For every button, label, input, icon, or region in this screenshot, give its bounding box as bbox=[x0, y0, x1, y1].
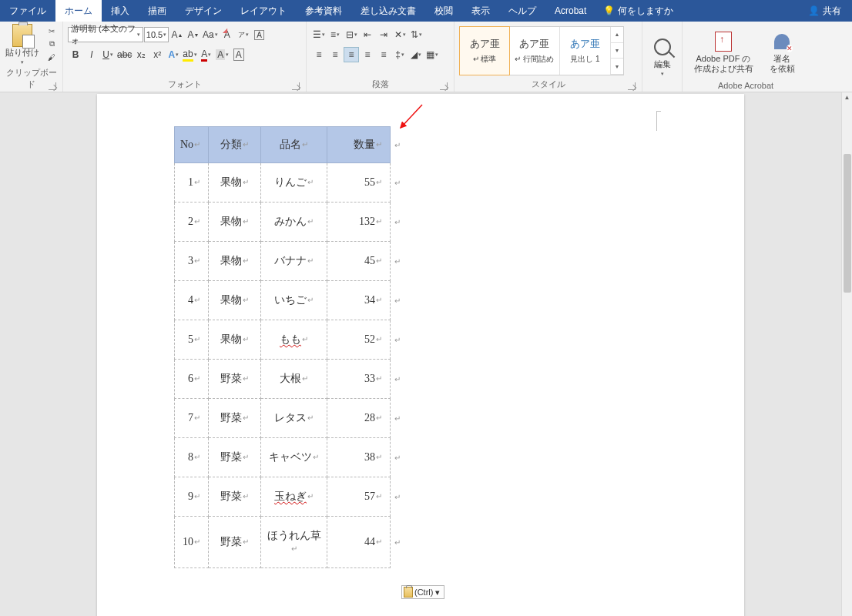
editing-button[interactable]: 編集 ▾ bbox=[647, 25, 677, 89]
tab-design[interactable]: デザイン bbox=[176, 0, 231, 22]
data-table[interactable]: No 分類 品名 数量↵ 1果物りんご55↵2果物みかん132↵3果物バナナ45… bbox=[174, 126, 391, 568]
tab-help[interactable]: ヘルプ bbox=[499, 0, 545, 22]
table-row[interactable]: 5果物もも52↵ bbox=[175, 320, 391, 360]
styles-launcher[interactable] bbox=[628, 82, 636, 90]
copy-button[interactable]: ⧉ bbox=[45, 38, 58, 50]
table-row[interactable]: 6野菜大根33↵ bbox=[175, 360, 391, 399]
increase-indent-button[interactable]: ⇥ bbox=[376, 27, 391, 42]
italic-button[interactable]: I bbox=[84, 47, 99, 62]
tab-file[interactable]: ファイル bbox=[0, 0, 55, 22]
paste-options-smarttag[interactable]: (Ctrl) ▾ bbox=[401, 585, 444, 599]
grow-font-button[interactable]: A▲ bbox=[169, 27, 185, 42]
header-category: 分類 bbox=[220, 139, 249, 150]
tab-view[interactable]: 表示 bbox=[462, 0, 499, 22]
character-shading-button[interactable]: A bbox=[215, 47, 230, 62]
paragraph-launcher[interactable] bbox=[440, 82, 448, 90]
table-row[interactable]: 9野菜玉ねぎ57↵ bbox=[175, 477, 391, 517]
tab-insert[interactable]: 挿入 bbox=[102, 0, 139, 22]
shading-button[interactable]: ◢ bbox=[408, 47, 424, 62]
clear-formatting-button[interactable]: A◢ bbox=[220, 27, 235, 42]
align-center-button[interactable]: ≡ bbox=[327, 47, 343, 62]
share-button[interactable]: 👤 共有 bbox=[797, 0, 852, 22]
font-launcher[interactable] bbox=[292, 82, 300, 90]
paste-button[interactable]: 貼り付け ▾ bbox=[5, 25, 39, 65]
table-row[interactable]: 8野菜キャベツ38↵ bbox=[175, 438, 391, 477]
tab-draw[interactable]: 描画 bbox=[139, 0, 176, 22]
style-normal[interactable]: あア亜 ↵ 標準 bbox=[459, 26, 510, 75]
phonetic-guide-button[interactable]: ア bbox=[236, 27, 251, 42]
font-size-combo[interactable]: 10.5 bbox=[144, 27, 169, 42]
table-header-row: No 分類 品名 数量↵ bbox=[175, 127, 391, 163]
styles-gallery[interactable]: あア亜 ↵ 標準 あア亜 ↵ 行間詰め あア亜 見出し 1 ▲ ▼ ▼ bbox=[459, 26, 624, 75]
paste-tag-label: (Ctrl) ▾ bbox=[414, 588, 441, 598]
decrease-indent-button[interactable]: ⇤ bbox=[360, 27, 375, 42]
style-name-nospacing: 行間詰め bbox=[523, 55, 554, 63]
table-row[interactable]: 10野菜ほうれん草44↵ bbox=[175, 517, 391, 568]
style-nospacing[interactable]: あア亜 ↵ 行間詰め bbox=[509, 27, 560, 75]
enclose-characters-button[interactable]: A bbox=[252, 27, 267, 42]
paste-label: 貼り付け bbox=[5, 48, 39, 57]
align-right-button[interactable]: ≡ bbox=[344, 47, 359, 62]
strikethrough-button[interactable]: abc bbox=[116, 47, 132, 62]
paragraph-group-label: 段落 bbox=[372, 79, 389, 89]
format-painter-button[interactable]: 🖌 bbox=[45, 51, 58, 63]
ribbon: 貼り付け ▾ ✂ ⧉ 🖌 クリップボード 游明朝 (本文のフォ 10.5 A▲ … bbox=[0, 22, 852, 92]
align-left-button[interactable]: ≡ bbox=[311, 47, 327, 62]
sort-button[interactable]: ⇅ bbox=[408, 27, 424, 42]
person-icon: 👤 bbox=[808, 5, 820, 16]
change-case-button[interactable]: Aa bbox=[202, 27, 219, 42]
styles-group-label: スタイル bbox=[532, 79, 565, 89]
styles-scroll-up[interactable]: ▲ bbox=[611, 27, 623, 43]
justify-button[interactable]: ≡ bbox=[360, 47, 375, 62]
style-heading1[interactable]: あア亜 見出し 1 bbox=[560, 27, 611, 75]
page[interactable]: No 分類 品名 数量↵ 1果物りんご55↵2果物みかん132↵3果物バナナ45… bbox=[97, 94, 744, 616]
shrink-font-button[interactable]: A▼ bbox=[186, 27, 201, 42]
subscript-button[interactable]: x₂ bbox=[133, 47, 149, 62]
search-icon bbox=[654, 38, 671, 55]
clipboard-launcher[interactable] bbox=[49, 82, 56, 90]
styles-scroll-down[interactable]: ▼ bbox=[611, 43, 623, 59]
distributed-button[interactable]: ≡ bbox=[376, 47, 391, 62]
cut-button[interactable]: ✂ bbox=[45, 25, 58, 37]
clipboard-icon bbox=[12, 24, 32, 47]
group-editing: 編集 ▾ bbox=[642, 22, 683, 92]
highlight-button[interactable]: ab bbox=[182, 47, 197, 62]
bullets-button[interactable]: ☰ bbox=[311, 27, 327, 42]
font-color-button[interactable]: A bbox=[199, 47, 214, 62]
table-row[interactable]: 2果物みかん132↵ bbox=[175, 203, 391, 242]
font-group-label: フォント bbox=[168, 79, 202, 89]
table-row[interactable]: 3果物バナナ45↵ bbox=[175, 242, 391, 281]
tab-review[interactable]: 校閲 bbox=[425, 0, 462, 22]
line-spacing-button[interactable]: ‡ bbox=[392, 47, 408, 62]
multilevel-list-button[interactable]: ⊟ bbox=[344, 27, 359, 42]
superscript-button[interactable]: x² bbox=[149, 47, 165, 62]
table-row[interactable]: 1果物りんご55↵ bbox=[175, 163, 391, 203]
tab-layout[interactable]: レイアウト bbox=[231, 0, 296, 22]
lightbulb-icon: 💡 bbox=[603, 5, 615, 16]
style-name-heading1: 見出し 1 bbox=[570, 55, 599, 63]
bold-button[interactable]: B bbox=[68, 47, 83, 62]
tab-references[interactable]: 参考資料 bbox=[296, 0, 351, 22]
create-pdf-button[interactable]: Adobe PDF の 作成および共有 bbox=[687, 25, 760, 79]
asian-layout-button[interactable]: ✕ bbox=[392, 27, 408, 42]
scroll-up-button[interactable]: ▲ bbox=[842, 92, 852, 103]
styles-more[interactable]: ▼ bbox=[611, 59, 623, 75]
character-border-button[interactable]: A bbox=[231, 47, 247, 62]
table-row[interactable]: 7野菜レタス28↵ bbox=[175, 399, 391, 438]
share-label: 共有 bbox=[823, 5, 841, 18]
borders-button[interactable]: ▦ bbox=[424, 47, 440, 62]
scroll-thumb[interactable] bbox=[844, 154, 851, 293]
tell-me-placeholder: 何をしますか bbox=[618, 5, 673, 18]
create-pdf-label: Adobe PDF の 作成および共有 bbox=[694, 54, 753, 72]
table-row[interactable]: 4果物いちご34↵ bbox=[175, 281, 391, 320]
tab-home[interactable]: ホーム bbox=[55, 0, 102, 22]
tab-acrobat[interactable]: Acrobat bbox=[545, 0, 595, 22]
underline-button[interactable]: U bbox=[100, 47, 116, 62]
text-effects-button[interactable]: A bbox=[166, 47, 181, 62]
numbering-button[interactable]: ≡ bbox=[327, 27, 343, 42]
tab-mailings[interactable]: 差し込み文書 bbox=[351, 0, 425, 22]
vertical-scrollbar[interactable]: ▲ bbox=[841, 92, 852, 616]
tell-me-search[interactable]: 💡 何をしますか bbox=[595, 0, 681, 22]
font-name-combo[interactable]: 游明朝 (本文のフォ bbox=[68, 27, 143, 42]
request-signature-button[interactable]: 署名 を依頼 bbox=[763, 25, 801, 79]
